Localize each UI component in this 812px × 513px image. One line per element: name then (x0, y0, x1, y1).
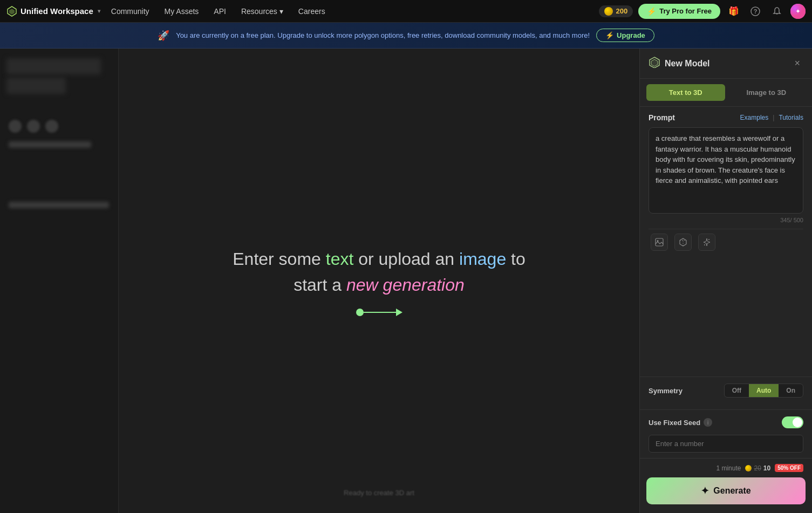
nav-right: 200 ⚡ Try Pro for Free 🎁 ? (599, 3, 806, 19)
toolbar-model-button[interactable] (674, 234, 692, 251)
bell-icon (772, 6, 782, 16)
sparkle-icon (702, 238, 711, 247)
sidebar-icon-2 (27, 120, 40, 133)
svg-text:?: ? (754, 8, 758, 15)
seed-input[interactable] (649, 435, 803, 453)
coin-badge[interactable]: 200 (599, 5, 633, 17)
center-footer: Ready to create 3D art (344, 489, 414, 497)
sidebar-text-2 (9, 202, 109, 208)
panel-header: New Model × (640, 49, 812, 79)
hero-mid: or upload an (353, 249, 459, 269)
rocket-icon: 🚀 (158, 30, 169, 42)
toolbar-enhance-button[interactable] (698, 234, 715, 251)
prompt-label-row: Prompt Examples | Tutorials (649, 113, 803, 122)
tutorials-link[interactable]: Tutorials (779, 114, 803, 121)
sidebar-blurred-1 (6, 58, 101, 74)
seed-label-group: Use Fixed Seed i (649, 418, 712, 427)
toggle-knob (793, 418, 802, 427)
svg-rect-8 (656, 238, 663, 246)
gift-button[interactable]: 🎁 (726, 3, 742, 19)
symmetry-off[interactable]: Off (725, 384, 749, 397)
help-icon: ? (750, 6, 760, 16)
coin-pricing: 20 10 (745, 464, 770, 472)
hero-text: Enter some text or upload an image to st… (233, 246, 526, 298)
model-icon (649, 56, 660, 68)
upgrade-banner: 🚀 You are currently on a free plan. Upgr… (0, 23, 812, 49)
mode-tabs: Text to 3D Image to 3D (640, 79, 812, 107)
generate-sparkle-icon: ✦ (701, 485, 709, 497)
nav-my-assets[interactable]: My Assets (165, 7, 199, 16)
nav-resources[interactable]: Resources ▾ (241, 7, 283, 16)
coin-icon (604, 7, 613, 16)
nav-logo-chevron: ▾ (98, 8, 100, 14)
navbar: Unified Workspace ▾ Community My Assets … (0, 0, 812, 23)
logo-icon (6, 6, 17, 17)
new-price: 10 (763, 464, 770, 472)
symmetry-auto[interactable]: Auto (749, 384, 779, 397)
prompt-links: Examples | Tutorials (740, 114, 803, 121)
generate-button[interactable]: ✦ Generate (646, 477, 806, 504)
svg-point-13 (708, 239, 709, 240)
user-avatar[interactable]: ✦ (790, 4, 806, 19)
panel-close-button[interactable]: × (791, 57, 803, 70)
symmetry-label: Symmetry (649, 387, 683, 395)
hero-prefix-1: Enter some (233, 249, 326, 269)
sidebar-icons-row (0, 115, 118, 137)
sidebar-icon-1 (9, 120, 22, 133)
tab-image-to-3d[interactable]: Image to 3D (727, 84, 806, 101)
left-sidebar (0, 49, 119, 513)
svg-marker-7 (651, 59, 658, 66)
nav-api[interactable]: API (214, 7, 226, 16)
image-icon (655, 238, 664, 247)
help-button[interactable]: ? (747, 3, 763, 19)
try-pro-button[interactable]: ⚡ Try Pro for Free (638, 4, 720, 19)
arrow-decoration (356, 309, 402, 316)
toolbar-image-button[interactable] (651, 234, 668, 251)
prompt-divider: | (773, 114, 774, 121)
bottom-pricing: 1 minute 20 10 50% OFF (640, 458, 812, 477)
sidebar-icon-3 (45, 120, 58, 133)
bolt-icon: ⚡ (647, 7, 656, 16)
nav-careers[interactable]: Careers (298, 7, 325, 16)
svg-marker-1 (9, 9, 15, 15)
symmetry-toggle-group: Off Auto On (724, 384, 803, 398)
examples-link[interactable]: Examples (740, 114, 769, 121)
toolbar-icons (649, 229, 803, 255)
seed-info-icon[interactable]: i (704, 418, 712, 427)
bell-button[interactable] (769, 3, 785, 19)
svg-point-14 (704, 244, 705, 245)
seed-row: Use Fixed Seed i (640, 409, 812, 435)
symmetry-on[interactable]: On (779, 384, 803, 397)
hero-suffix: to (506, 249, 526, 269)
coin-icon-small (745, 465, 752, 471)
time-label: 1 minute (716, 464, 741, 472)
arrow-head (396, 309, 402, 316)
hero-generation-highlight: new generation (346, 275, 465, 295)
prompt-textarea[interactable] (649, 127, 803, 214)
nav-community[interactable]: Community (111, 7, 149, 16)
prompt-label: Prompt (649, 113, 675, 122)
tab-text-to-3d[interactable]: Text to 3D (646, 84, 725, 101)
right-panel: New Model × Text to 3D Image to 3D Promp… (639, 49, 812, 513)
symmetry-row: Symmetry Off Auto On (649, 384, 803, 398)
main-layout: Enter some text or upload an image to st… (0, 49, 812, 513)
discount-badge: 50% OFF (775, 464, 803, 472)
nav-links: Community My Assets API Resources ▾ Care… (111, 7, 589, 16)
hero-line2-prefix: start a (294, 275, 346, 295)
arrow-dot (356, 309, 364, 316)
nav-logo-text: Unified Workspace (21, 6, 93, 16)
seed-label: Use Fixed Seed (649, 419, 700, 427)
fixed-seed-toggle[interactable] (782, 416, 803, 428)
panel-title: New Model (649, 56, 710, 71)
symmetry-section: Symmetry Off Auto On (640, 377, 812, 409)
hero-text-highlight: text (326, 249, 354, 269)
svg-marker-10 (680, 238, 686, 246)
upgrade-button[interactable]: ⚡ Upgrade (596, 29, 654, 42)
sidebar-text-1 (9, 141, 91, 148)
nav-logo[interactable]: Unified Workspace ▾ (6, 6, 100, 17)
arrow-shaft (364, 312, 396, 313)
coin-count: 200 (616, 7, 627, 15)
cube-icon (679, 238, 687, 247)
char-count: 345/ 500 (649, 217, 803, 223)
sidebar-blurred-2 (6, 78, 66, 94)
